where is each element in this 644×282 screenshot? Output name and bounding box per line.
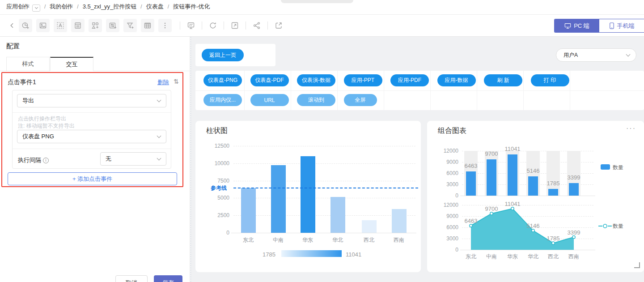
breadcrumb-dropdown-icon[interactable] bbox=[32, 4, 40, 12]
event-settings-panel: 导出 点击执行操作栏导出 注: 移动端暂不支持导出 仪表盘 PNG 执行间隔 i… bbox=[12, 90, 171, 169]
add-filter-icon[interactable] bbox=[123, 19, 137, 32]
x-category-label: 东北 bbox=[235, 236, 262, 244]
breadcrumb-item[interactable]: 3.5_zxl_yy_控件按钮 bbox=[83, 3, 137, 10]
combo-bar-华东[interactable] bbox=[508, 154, 517, 196]
action-button-5[interactable]: 应用-PDF bbox=[390, 74, 429, 86]
add-image-icon[interactable] bbox=[36, 19, 50, 32]
combo-bar-中南[interactable] bbox=[487, 159, 496, 196]
area-value-label: 6463 bbox=[458, 218, 484, 224]
combo-bar-西北[interactable] bbox=[548, 189, 558, 196]
bar-华东[interactable] bbox=[301, 156, 315, 233]
phone-icon bbox=[609, 22, 614, 29]
mobile-mode-button[interactable]: 手机端 bbox=[599, 19, 644, 32]
y-tick-label: 6000 bbox=[437, 170, 458, 176]
action-button-4[interactable]: 应用-PPT bbox=[344, 74, 382, 86]
event-action-value: 导出 bbox=[22, 97, 34, 105]
preview-icon[interactable] bbox=[184, 19, 198, 32]
action-button-2[interactable]: 仪表盘-PDF bbox=[250, 74, 289, 86]
bar-chart-widget: 柱状图 02500500075001000012500东北中南华东华北西北西南参… bbox=[195, 121, 421, 272]
grid-divider bbox=[291, 71, 291, 110]
action-button-1[interactable]: 仪表盘-PNG bbox=[203, 74, 242, 86]
x-axis-line bbox=[231, 233, 416, 233]
tab-interaction[interactable]: 交互 bbox=[50, 57, 93, 71]
bar-value-label: 5146 bbox=[520, 167, 547, 174]
more-icon[interactable] bbox=[158, 19, 172, 32]
bar-西北[interactable] bbox=[362, 220, 377, 233]
bar-华北[interactable] bbox=[330, 197, 345, 233]
y-tick-label: 6000 bbox=[437, 224, 458, 231]
tab-style[interactable]: 样式 bbox=[6, 57, 50, 71]
add-widget-icon[interactable] bbox=[106, 19, 119, 32]
gridline bbox=[233, 146, 415, 146]
delete-event-link[interactable]: 删除 bbox=[157, 78, 169, 86]
grid-divider bbox=[384, 71, 384, 110]
config-title: 配置 bbox=[6, 42, 20, 51]
share-icon[interactable] bbox=[250, 19, 263, 32]
back-button-widget: 返回上一页 bbox=[195, 44, 275, 66]
back-icon[interactable] bbox=[5, 19, 19, 32]
interval-select[interactable]: 无 bbox=[100, 152, 166, 166]
fit-screen-icon[interactable] bbox=[228, 19, 242, 32]
export-icon[interactable] bbox=[272, 19, 285, 32]
click-event-annotation-box: 点击事件1 删除 ⇅ 导出 点击执行操作栏导出 注: 移动端暂不支持导出 仪表盘… bbox=[1, 72, 183, 187]
y-tick-label: 5000 bbox=[208, 195, 229, 201]
add-shape-icon[interactable] bbox=[89, 19, 102, 32]
action-button-8[interactable]: 打 印 bbox=[531, 74, 569, 86]
y-tick-label: 3000 bbox=[437, 235, 458, 242]
gridline bbox=[233, 181, 415, 181]
reference-line bbox=[233, 188, 418, 188]
tab-interaction-label: 交互 bbox=[66, 60, 78, 68]
event-action-select[interactable]: 导出 bbox=[17, 94, 166, 107]
action-button-6[interactable]: 应用-数据 bbox=[437, 74, 476, 86]
grid-divider bbox=[523, 71, 524, 110]
save-button[interactable]: 保存 bbox=[154, 275, 182, 282]
x-category-label: 西北 bbox=[356, 236, 382, 244]
add-table-icon[interactable] bbox=[141, 19, 154, 32]
x-category-label: 华北 bbox=[324, 236, 351, 244]
area-value-label: 3399 bbox=[560, 229, 587, 236]
add-text-icon[interactable] bbox=[54, 19, 67, 32]
user-select[interactable]: 用户A bbox=[556, 48, 636, 62]
action-button-secondary-3[interactable]: 滚动到 bbox=[297, 94, 335, 106]
y-tick-label: 10000 bbox=[208, 160, 229, 167]
breadcrumb-item[interactable]: 仪表盘 bbox=[146, 3, 164, 10]
action-button-3[interactable]: 仪表演-数据 bbox=[297, 74, 335, 86]
add-chart-icon[interactable] bbox=[19, 19, 32, 32]
breadcrumb-item[interactable]: 应用创作 bbox=[6, 3, 30, 10]
combo-chart-title: 组合图表 bbox=[438, 126, 466, 136]
pc-mode-button[interactable]: PC 端 bbox=[555, 19, 599, 32]
bar-西南[interactable] bbox=[392, 209, 407, 233]
breadcrumb-item[interactable]: 我的创作 bbox=[50, 3, 73, 10]
area-legend-icon[interactable] bbox=[598, 223, 612, 229]
action-button-secondary-2[interactable]: URL bbox=[250, 94, 289, 106]
widget-more-menu-icon[interactable]: ··· bbox=[626, 124, 636, 132]
bar-东北[interactable] bbox=[241, 188, 256, 233]
monitor-icon bbox=[564, 23, 571, 29]
sort-events-icon[interactable]: ⇅ bbox=[174, 78, 179, 85]
add-web-icon[interactable] bbox=[71, 19, 85, 32]
back-previous-page-button[interactable]: 返回上一页 bbox=[202, 49, 244, 61]
export-target-select[interactable]: 仪表盘 PNG bbox=[17, 130, 166, 143]
bar-中南[interactable] bbox=[271, 165, 286, 233]
action-button-7[interactable]: 刷 新 bbox=[484, 74, 522, 86]
grid-divider bbox=[244, 71, 245, 110]
y-tick-label: 0 bbox=[437, 192, 458, 199]
y-tick-label: 9000 bbox=[437, 159, 458, 165]
combo-bar-西南[interactable] bbox=[569, 183, 579, 196]
bar-value-label: 1785 bbox=[540, 180, 567, 187]
breadcrumb-separator: / bbox=[44, 4, 46, 10]
cancel-button[interactable]: 取消 bbox=[115, 275, 148, 282]
info-icon[interactable]: i bbox=[43, 158, 49, 163]
breadcrumb-item[interactable]: 按钮事件-优化 bbox=[173, 3, 210, 10]
combo-bar-华北[interactable] bbox=[528, 176, 538, 196]
bar-chart-title: 柱状图 bbox=[206, 126, 228, 136]
area-value-label: 1785 bbox=[540, 235, 567, 242]
gridline bbox=[233, 215, 415, 216]
bar-legend-swatch[interactable] bbox=[601, 164, 610, 170]
combo-bar-东北[interactable] bbox=[466, 171, 476, 196]
refresh-icon[interactable] bbox=[206, 19, 220, 32]
resize-handle[interactable] bbox=[634, 262, 640, 268]
action-button-secondary-1[interactable]: 应用内仪... bbox=[203, 94, 242, 106]
action-button-secondary-4[interactable]: 全屏 bbox=[344, 94, 377, 106]
add-click-event-button[interactable]: + 添加点击事件 bbox=[8, 172, 177, 185]
